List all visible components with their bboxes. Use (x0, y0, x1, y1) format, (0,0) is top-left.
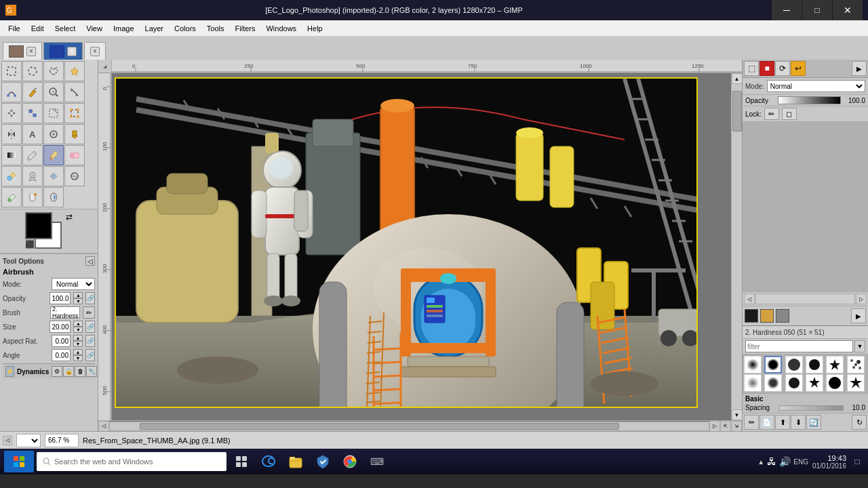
tool-zoom[interactable]: + (43, 82, 64, 102)
menu-tools[interactable]: Tools (201, 21, 230, 36)
brush-preset-2[interactable] (764, 356, 782, 373)
layer-mode-select[interactable]: Normal (767, 80, 865, 92)
brush-preset-6[interactable] (847, 356, 865, 373)
aspect-lock[interactable]: 🔗 (85, 335, 95, 347)
brush-action-down[interactable]: ⬇ (791, 415, 806, 430)
tool-fuzzy-select[interactable] (64, 61, 85, 81)
lock-alpha-btn[interactable]: ◻ (782, 108, 797, 120)
paths-tab-icon[interactable]: ⟳ (775, 61, 790, 76)
taskbar-app-task-view[interactable] (229, 451, 254, 472)
size-spin-down[interactable]: ▼ (73, 327, 83, 333)
swatch-gray[interactable] (776, 309, 789, 323)
taskbar-app-shield[interactable] (311, 451, 335, 472)
brush-preset-11[interactable] (826, 374, 844, 392)
brush-action-refresh[interactable]: ↻ (852, 415, 867, 430)
brush-preset-7[interactable] (744, 374, 762, 392)
brush-action-edit[interactable]: ✏ (744, 415, 759, 430)
vscroll-down[interactable]: ▼ (732, 409, 743, 420)
dynamics-icon-4[interactable]: 🔧 (86, 366, 97, 377)
tool-smudge[interactable] (43, 166, 64, 186)
taskbar-app-edge[interactable] (256, 451, 281, 472)
right-panel-expand[interactable]: ▶ (852, 61, 867, 76)
canvas-nav-expand[interactable]: ⇲ (731, 421, 742, 432)
menu-image[interactable]: Image (108, 21, 140, 36)
brush-preset-1[interactable] (744, 356, 762, 373)
tool-paths[interactable] (1, 82, 22, 102)
tool-flip[interactable] (1, 124, 22, 144)
tool-blend[interactable] (1, 145, 22, 165)
tool-bucket-fill[interactable] (64, 124, 85, 144)
brush-edit[interactable]: ✏ (83, 306, 95, 319)
tool-transform[interactable] (43, 103, 64, 123)
close-button[interactable]: ✕ (833, 0, 863, 20)
layers-tab-icon[interactable]: ⬚ (744, 61, 759, 76)
canvas-nav-right[interactable]: ▷ (709, 421, 720, 432)
hscroll-track[interactable] (109, 422, 709, 431)
vscroll-thumb[interactable] (732, 91, 742, 131)
tray-volume[interactable]: 🔊 (779, 456, 791, 467)
canvas-nav-shrink[interactable]: ⇱ (720, 421, 731, 432)
angle-lock[interactable]: 🔗 (85, 349, 95, 361)
lock-pixels-btn[interactable]: ✏ (764, 108, 779, 120)
brush-preset-4[interactable] (806, 356, 823, 373)
foreground-color-swatch[interactable] (25, 212, 52, 239)
image-canvas[interactable] (112, 73, 731, 420)
brush-preset-12[interactable] (847, 374, 865, 392)
layer-scroll-right[interactable]: ▷ (856, 293, 867, 304)
tool-path-select[interactable] (43, 124, 64, 144)
tool-heal[interactable] (1, 166, 22, 186)
aspect-spin-up[interactable]: ▲ (73, 335, 83, 341)
menu-file[interactable]: File (3, 21, 26, 36)
brush-preset-9[interactable] (785, 374, 803, 392)
brush-preset-5[interactable] (826, 356, 844, 373)
tool-eraser[interactable] (64, 145, 85, 165)
vertical-scrollbar[interactable]: ▲ ▼ (731, 73, 742, 420)
tray-keyboard[interactable]: ENG (793, 458, 808, 466)
tray-up-arrow[interactable]: ▲ (757, 458, 764, 466)
tool-rect-select[interactable] (1, 61, 22, 81)
vscroll-up[interactable]: ▲ (732, 73, 743, 84)
tool-text[interactable]: A (22, 124, 43, 144)
status-navigate-left[interactable]: ◁ (3, 436, 12, 445)
menu-help[interactable]: Help (302, 21, 328, 36)
tab-close-3[interactable]: × (90, 47, 100, 56)
menu-colors[interactable]: Colors (169, 21, 201, 36)
opacity-lock[interactable]: 🔗 (85, 292, 95, 304)
right-panel-extra[interactable]: ▶ (851, 308, 866, 323)
menu-windows[interactable]: Windows (260, 21, 302, 36)
menu-layer[interactable]: Layer (140, 21, 170, 36)
opacity-spin-down[interactable]: ▼ (73, 298, 83, 304)
tray-network[interactable]: 🖧 (767, 456, 776, 467)
tool-measure[interactable] (64, 82, 85, 102)
brush-preset-3[interactable] (785, 356, 803, 373)
opacity-spin-up[interactable]: ▲ (73, 292, 83, 298)
undo-tab-icon[interactable]: ↩ (791, 61, 806, 76)
canvas-nav-left[interactable]: ◁ (98, 421, 109, 432)
aspect-spin-down[interactable]: ▼ (73, 341, 83, 347)
tab-close-1[interactable]: × (26, 47, 36, 56)
tab-close-2[interactable]: × (67, 47, 77, 56)
tab-2-active[interactable]: × (43, 42, 83, 60)
brush-filter-input[interactable] (745, 340, 853, 352)
tool-clone[interactable]: + (22, 166, 43, 186)
taskbar-app-explorer[interactable] (283, 451, 308, 472)
taskbar-app-misc[interactable]: ⌨ (365, 451, 389, 472)
tool-options-collapse[interactable]: ◁ (85, 256, 95, 266)
layer-scroll-left[interactable]: ◁ (744, 293, 755, 304)
brush-filter-clear[interactable]: ▼ (854, 340, 865, 352)
taskbar-app-chrome[interactable] (338, 451, 362, 472)
size-lock[interactable]: 🔗 (85, 321, 95, 333)
dynamics-icon-1[interactable]: ⚙ (52, 366, 62, 377)
brush-action-duplicate[interactable]: ⬆ (775, 415, 790, 430)
spacing-slider[interactable] (779, 405, 844, 411)
menu-edit[interactable]: Edit (26, 21, 50, 36)
tool-free-select[interactable] (43, 61, 64, 81)
mode-select[interactable]: Normal Dissolve Multiply (52, 278, 95, 290)
menu-select[interactable]: Select (50, 21, 81, 36)
tab-1[interactable]: × (3, 42, 42, 60)
swatch-gold[interactable] (760, 309, 774, 323)
reset-colors[interactable]: ⬛ (25, 240, 35, 249)
brush-action-delete[interactable]: 🔄 (806, 415, 821, 430)
maximize-button[interactable]: □ (802, 0, 832, 20)
status-unit-select[interactable]: px (16, 434, 41, 447)
